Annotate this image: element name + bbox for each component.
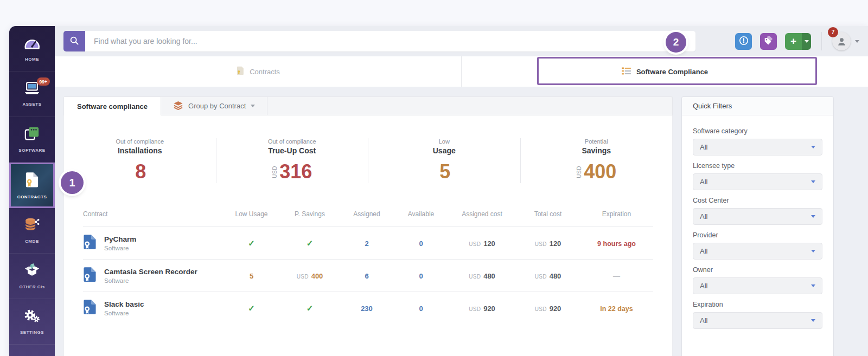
contract-type: Software (104, 245, 136, 251)
header-p-savings: P. Savings (280, 210, 340, 218)
check-icon: ✓ (248, 303, 255, 313)
software-stack-icon (24, 126, 40, 144)
expiration-select[interactable]: All (693, 312, 822, 329)
sidebar: HOME 99+ ASSETS (9, 26, 55, 356)
topbar: + 7 (55, 26, 868, 56)
header-contract: Contract (83, 210, 223, 218)
stat-label-bottom: True-Up Cost (216, 146, 368, 155)
assigned-cost: 120 (483, 240, 495, 248)
assigned-count[interactable]: 6 (365, 272, 368, 280)
topbar-actions: + 7 (735, 32, 859, 50)
filter-owner: Owner All (693, 266, 822, 294)
divider (821, 32, 822, 50)
tab-software-compliance-inner[interactable]: Software compliance (64, 97, 161, 115)
contract-name: Camtasia Screen Recorder (104, 268, 197, 276)
header-available: Available (394, 210, 448, 218)
cost-center-select[interactable]: All (693, 208, 822, 225)
header-low-usage: Low Usage (223, 210, 280, 218)
table-row[interactable]: Slack basic Software ✓ ✓ 230 0 USD920 US… (83, 292, 653, 324)
table-header: Contract Low Usage P. Savings Assigned A… (83, 207, 653, 226)
filter-label: Software category (693, 127, 822, 135)
chevron-down-icon[interactable] (855, 40, 859, 43)
panel-tab-label: Software compliance (77, 102, 148, 111)
sidebar-item-assets[interactable]: 99+ ASSETS (9, 72, 55, 117)
currency-label: USD (469, 274, 481, 280)
expiration-value: in 22 days (600, 305, 633, 313)
currency-label: USD (469, 241, 481, 247)
filter-cost-center: Cost Center All (693, 197, 822, 225)
selected-value: All (700, 143, 707, 151)
add-new-dropdown[interactable] (802, 33, 811, 50)
currency-label: USD (535, 274, 547, 280)
licensee-type-select[interactable]: All (693, 173, 822, 190)
assets-count-badge: 99+ (37, 77, 50, 86)
provider-select[interactable]: All (693, 243, 822, 260)
tab-software-compliance[interactable]: Software Compliance (461, 56, 868, 87)
contract-name: PyCharm (104, 235, 136, 243)
available-count[interactable]: 0 (419, 272, 423, 280)
chevron-down-icon (811, 180, 815, 183)
announcements-button[interactable] (735, 33, 752, 50)
header-assigned: Assigned (340, 210, 394, 218)
sidebar-item-cmdb[interactable]: CMDB (9, 208, 55, 254)
contract-type: Software (104, 310, 144, 316)
add-new-button[interactable]: + (785, 33, 811, 50)
document-icon (236, 66, 244, 77)
sidebar-item-settings[interactable]: SETTINGS (9, 299, 55, 345)
contract-doc-icon (83, 234, 97, 252)
main-column: + 7 (55, 26, 868, 356)
currency-label: USD (272, 166, 278, 178)
assigned-cost: 480 (483, 272, 495, 280)
filter-expiration: Expiration All (693, 301, 822, 329)
list-icon (622, 67, 631, 76)
owner-select[interactable]: All (693, 277, 822, 294)
global-search (63, 31, 695, 51)
stat-low-usage: Low Usage 5 (368, 138, 521, 183)
user-menu[interactable]: 7 (832, 32, 859, 50)
tab-contracts[interactable]: Contracts (55, 56, 461, 87)
tab-label: Contracts (250, 68, 280, 76)
table-row[interactable]: PyCharm Software ✓ ✓ 2 0 USD120 USD120 9… (83, 226, 653, 259)
group-by-contract-dropdown[interactable]: Group by Contract (161, 97, 267, 115)
sidebar-item-other-cis[interactable]: OTHER CIs (9, 254, 55, 299)
assigned-count[interactable]: 2 (365, 240, 368, 248)
chevron-down-icon (811, 319, 815, 322)
contract-type: Software (104, 277, 197, 284)
sidebar-item-label: CMDB (25, 239, 39, 244)
sidebar-item-label: SOFTWARE (18, 148, 45, 153)
available-count[interactable]: 0 (419, 305, 423, 313)
sidebar-item-home[interactable]: HOME (9, 26, 55, 72)
filter-label: Provider (693, 231, 822, 239)
stat-out-of-compliance-installations: Out of compliance Installations 8 (64, 138, 216, 183)
header-assigned-cost: Assigned cost (448, 210, 516, 218)
stat-label-top: Potential (521, 138, 673, 145)
chevron-down-icon (251, 105, 255, 107)
chevron-down-icon (811, 250, 815, 253)
contract-ribbon-icon (25, 172, 39, 190)
software-category-select[interactable]: All (693, 139, 822, 156)
expiration-value: — (613, 272, 620, 280)
available-count[interactable]: 0 (419, 240, 423, 248)
quick-filters-panel: Quick Filters Software category All Lice… (681, 96, 834, 356)
tags-button[interactable] (760, 33, 777, 50)
search-button[interactable] (63, 31, 85, 51)
sidebar-item-label: CONTRACTS (17, 195, 47, 199)
sidebar-item-label: HOME (25, 57, 39, 62)
compliance-stats: Out of compliance Installations 8 Out of… (64, 115, 672, 199)
assigned-count[interactable]: 230 (361, 305, 373, 313)
chevron-down-icon (805, 40, 809, 43)
chevron-down-icon (811, 215, 815, 218)
search-input[interactable] (85, 31, 695, 51)
assigned-cost: 920 (483, 305, 495, 313)
tab-label: Software Compliance (636, 68, 708, 76)
table-row[interactable]: Camtasia Screen Recorder Software 5 USD4… (83, 259, 653, 292)
low-usage-count: 5 (250, 272, 253, 280)
currency-label: USD (469, 306, 481, 312)
stat-value: 400 (584, 160, 616, 183)
tags-icon (764, 36, 773, 47)
app-window: HOME 99+ ASSETS (9, 26, 868, 356)
sidebar-item-contracts[interactable]: CONTRACTS (9, 163, 55, 208)
sidebar-item-label: OTHER CIs (19, 284, 44, 289)
sidebar-item-software[interactable]: SOFTWARE (9, 117, 55, 163)
p-savings-value: 400 (311, 272, 323, 280)
